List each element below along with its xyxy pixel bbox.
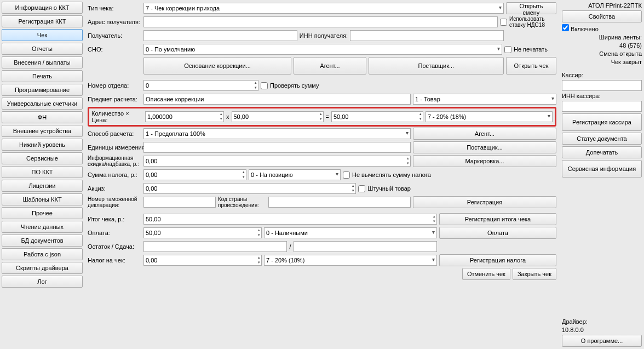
payment-button[interactable]: Оплата [439,227,556,239]
service-info-button[interactable]: Сервисная информация [562,160,642,178]
register-cashier-button[interactable]: Регистрация кассира [562,113,642,131]
cashier-input[interactable] [562,80,642,91]
cancel-check-button[interactable]: Отменить чек [462,268,510,280]
info-discount-label: Информационная скидка/надбавка, р.: [88,155,141,167]
sidebar-item-5[interactable]: Печать [2,70,83,82]
sidebar-item-17[interactable]: БД документов [2,234,83,247]
sidebar-item-20[interactable]: Лог [2,276,83,288]
sidebar-item-0[interactable]: Информация о ККТ [2,2,83,14]
sidebar-item-16[interactable]: Чтение данных [2,221,83,233]
remainder-label: Остаток / Сдача: [88,243,141,250]
marking-button[interactable]: Маркировка... [413,155,556,167]
total-input[interactable] [143,214,437,225]
check-type-select[interactable]: 7 - Чек коррекции прихода [143,3,504,14]
dept-input[interactable] [143,80,258,91]
piece-goods-label: Штучный товар [367,185,411,192]
check-sum-checkbox[interactable] [261,82,268,89]
check-closed-label: Чек закрыт [562,59,642,65]
correction-basis-button[interactable]: Основание коррекции... [143,57,291,75]
units-input[interactable] [143,142,411,153]
close-check-button[interactable]: Закрыть чек [513,268,556,280]
sidebar-item-3[interactable]: Отчеты [2,43,83,55]
inn-recipient-label: ИНН получателя: [300,32,348,39]
open-shift-button[interactable]: Открыть смену [506,2,556,14]
agent-button[interactable]: Агент... [413,128,556,140]
no-print-checkbox[interactable] [504,46,511,53]
recipient-label: Получатель: [88,32,141,39]
register-total-button[interactable]: Регистрация итога чека [439,213,556,225]
qty-input[interactable] [145,111,224,122]
payment-method-label: Способ расчета: [88,130,141,137]
enabled-checkbox[interactable] [562,24,569,31]
recipient-input[interactable] [143,30,297,41]
country-code-label: Код страны происхождения: [218,196,266,208]
about-button[interactable]: О программе... [562,335,642,347]
sidebar-item-6[interactable]: Программирование [2,84,83,96]
use-nds18-checkbox[interactable] [500,19,507,26]
supplier-button[interactable]: Поставщик... [413,141,556,153]
change-input[interactable] [294,241,437,252]
excise-input[interactable] [143,183,356,194]
customs-decl-input[interactable] [143,197,216,208]
driver-version: 10.8.0.0 [562,327,642,333]
qty-price-row: Количество × Цена: x = 7 - 20% (18%) [88,107,556,127]
supplier-header-button[interactable]: Поставщик... [369,57,504,75]
sidebar-item-18[interactable]: Работа с json [2,248,83,260]
cashier-inn-input[interactable] [562,101,642,112]
subject-type-select[interactable]: 1 - Товар [413,94,556,105]
tape-width-label: Ширина ленты: [562,34,642,41]
info-discount-input[interactable] [143,156,411,167]
inn-recipient-input[interactable] [350,30,504,41]
recipient-addr-input[interactable] [143,16,498,27]
sidebar-item-11[interactable]: Сервисные [2,152,83,164]
sidebar-item-9[interactable]: Внешние устройства [2,125,83,137]
tax-on-check-input[interactable] [143,255,262,266]
sidebar-item-8[interactable]: ФН [2,111,83,123]
tax-on-check-rate-select[interactable]: 7 - 20% (18%) [264,255,437,266]
register-tax-button[interactable]: Регистрация налога [439,254,556,266]
reprint-button[interactable]: Допечатать [562,146,642,158]
sidebar-item-13[interactable]: Лицензии [2,180,83,192]
tax-sum-input[interactable] [143,169,246,180]
cashier-label: Кассир: [562,72,642,78]
dept-label: Номер отдела: [88,82,141,89]
sno-select[interactable]: 0 - По умолчанию [143,44,502,55]
payment-input[interactable] [143,227,262,238]
price-input[interactable] [232,111,324,122]
eq-symbol: = [326,113,329,120]
vat-select[interactable]: 7 - 20% (18%) [426,111,553,122]
recipient-addr-label: Адрес получателя: [88,19,141,25]
registration-button[interactable]: Регистрация [413,196,556,208]
sidebar-item-10[interactable]: Нижний уровень [2,139,83,151]
no-calc-tax-checkbox[interactable] [343,171,350,179]
subject-label: Предмет расчета: [88,96,141,102]
sidebar-item-19[interactable]: Скрипты драйвера [2,262,83,274]
doc-status-button[interactable]: Статус документа [562,133,642,145]
remainder-input[interactable] [143,241,287,252]
payment-label: Оплата: [88,230,141,236]
check-type-label: Тип чека: [88,5,141,12]
open-check-button[interactable]: Открыть чек [506,57,556,75]
customs-decl-label: Номер таможенной декларации: [88,196,141,208]
country-code-input[interactable] [268,197,411,208]
agent-header-button[interactable]: Агент... [294,57,366,75]
sidebar-item-4[interactable]: Внесения / выплаты [2,56,83,68]
sidebar-item-12[interactable]: ПО ККТ [2,166,83,178]
sidebar-item-2[interactable]: Чек [2,29,83,41]
payment-method-select[interactable]: 1 - Предоплата 100% [143,128,411,139]
sidebar-item-7[interactable]: Универсальные счетчики [2,98,83,110]
sum-input[interactable] [331,111,423,122]
properties-button[interactable]: Свойства [562,10,642,22]
no-calc-tax-label: Не вычислять сумму налога [352,171,431,178]
qty-price-label: Количество × Цена: [91,110,143,123]
mult-symbol: x [226,113,229,120]
shift-open-label: Смена открыта [562,50,642,57]
sidebar-item-15[interactable]: Прочее [2,207,83,219]
sidebar-item-14[interactable]: Шаблоны ККТ [2,193,83,205]
subject-desc-input[interactable] [143,94,411,105]
slash-label: / [289,243,291,250]
tax-pos-select[interactable]: 0 - На позицию [249,169,341,180]
payment-type-select[interactable]: 0 - Наличными [264,227,437,238]
piece-goods-checkbox[interactable] [358,185,365,192]
sidebar-item-1[interactable]: Регистрация ККТ [2,15,83,27]
